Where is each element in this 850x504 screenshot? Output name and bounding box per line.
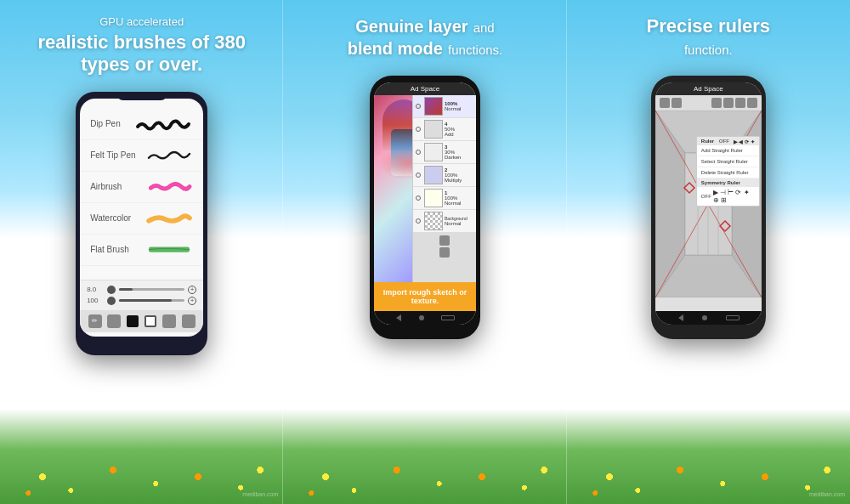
brush-item-air: Airbrush: [80, 172, 203, 203]
watermark3: mediban.com: [809, 491, 845, 497]
panel2-title-genuine: Genuine layer: [355, 17, 468, 36]
layer-item-4[interactable]: 4 50% Add: [413, 118, 476, 141]
panel3-big-title: Precise rulers function.: [647, 15, 771, 60]
ruler-menu-add[interactable]: Add Straight Ruler: [697, 145, 759, 156]
brush-item-water: Watercolor: [80, 203, 203, 235]
phone2-screen: Ad Space: [374, 82, 476, 325]
panel1-small-title: GPU accelerated: [17, 15, 266, 28]
color-swatch-black[interactable]: [127, 315, 139, 327]
ruler-menu-select[interactable]: Select Straight Ruler: [697, 156, 759, 167]
ruler-off-label: OFF: [719, 139, 729, 144]
layer-info-top: 100% Normal: [445, 101, 473, 111]
layer-visibility-4[interactable]: [416, 127, 421, 132]
ruler-tool-6[interactable]: [747, 98, 757, 108]
ruler-tool-5[interactable]: [735, 98, 745, 108]
brush-stroke-water: [145, 210, 193, 227]
panel3-title-precise: Precise rulers: [647, 15, 771, 37]
ruler-top-toolbar: [655, 95, 762, 110]
layer-mode-3: Darken: [445, 155, 473, 160]
brush-item-flat: Flat Brush: [80, 235, 203, 266]
layer-visibility-3[interactable]: [416, 150, 421, 155]
layer-thumb-bg: [424, 212, 443, 230]
ruler-tool-redo[interactable]: [672, 98, 682, 108]
size-label: 8.0: [87, 286, 104, 293]
panel3-title-function: function.: [684, 42, 733, 57]
layer-visibility-1[interactable]: [416, 195, 421, 201]
svg-rect-0: [149, 246, 190, 252]
phone2-container: Ad Space: [370, 76, 480, 339]
phone2-frame: Ad Space: [370, 76, 480, 339]
layer-mode-2: Multiply: [445, 178, 473, 183]
layer-mode-bg: Normal: [445, 221, 473, 226]
nav-home-2[interactable]: [419, 315, 424, 320]
layer-item-top[interactable]: 100% Normal: [413, 95, 476, 118]
brush-label-felt: Felt Tip Pen: [90, 150, 145, 160]
panel2-big-title: Genuine layer and blend mode functions.: [348, 15, 503, 60]
watermark1: mediban.com: [242, 491, 278, 497]
divider2: [566, 0, 567, 504]
layer-item-1[interactable]: 1 100% Normal: [413, 187, 476, 210]
ruler-canvas: Ruler OFF ▶ ◀ ⟳ ✦ Add Straight Ruler Sel…: [655, 110, 762, 311]
layer-info-1: 1 100% Normal: [445, 190, 473, 206]
phone1-notch: [116, 92, 167, 100]
phone1-container: Dip Pen Felt Tip Pen: [76, 92, 207, 355]
phone3-frame: Ad Space: [651, 76, 766, 339]
ruler-tool-3[interactable]: [711, 98, 722, 108]
tool-pencil[interactable]: ✏: [88, 314, 102, 328]
layer-thumb-top: [424, 97, 443, 116]
nav-back-3[interactable]: [678, 314, 683, 321]
panel-layers: Genuine layer and blend mode functions. …: [283, 0, 566, 504]
ruler-menu-section2: Symmetry Ruler: [697, 178, 759, 187]
brush-label-dip: Dip Pen: [90, 119, 133, 128]
layer-item-bg[interactable]: Background Normal: [413, 210, 476, 233]
layer-tools: [413, 233, 476, 282]
panel2-title-blend: blend mode: [348, 39, 443, 58]
panel2-title-functions: functions.: [448, 42, 502, 57]
layer-tool-2[interactable]: [439, 247, 450, 258]
layer-thumb-2: [424, 166, 443, 184]
layer-item-2[interactable]: 2 100% Multiply: [413, 164, 476, 187]
panel1-big-title: realistic brushes of 380 types or over.: [17, 31, 266, 76]
ad-space-3: Ad Space: [655, 82, 762, 95]
brush-label-water: Watercolor: [90, 213, 145, 223]
panel-brushes: GPU accelerated realistic brushes of 380…: [0, 0, 283, 504]
nav-home-3[interactable]: [702, 315, 707, 320]
layer-item-3[interactable]: 3 30% Darken: [413, 141, 476, 164]
symmetry-off-label: OFF: [701, 194, 711, 199]
divider1: [282, 0, 283, 504]
ruler-tool-undo[interactable]: [660, 98, 670, 108]
tool-eraser[interactable]: [107, 314, 121, 328]
nav-recent-2[interactable]: [441, 315, 455, 320]
ruler-menu-section1: Ruler OFF ▶ ◀ ⟳ ✦: [697, 137, 759, 145]
layer-info-2: 2 100% Multiply: [445, 167, 473, 183]
layer-thumb-3: [424, 143, 443, 161]
layer-visibility-2[interactable]: [416, 173, 421, 178]
brush-item-felt: Felt Tip Pen: [80, 140, 203, 172]
ruler-menu-delete[interactable]: Delete Straight Ruler: [697, 167, 759, 178]
color-swatch-white[interactable]: [144, 315, 156, 327]
layer-visibility-bg[interactable]: [416, 218, 421, 224]
brush-label-flat: Flat Brush: [90, 245, 145, 254]
tool-fill[interactable]: [162, 314, 176, 328]
nav-recent-3[interactable]: [726, 315, 740, 320]
tool-page[interactable]: [182, 314, 196, 328]
panel-rulers: Precise rulers function. Ad Space: [567, 0, 850, 504]
layer-info-4: 4 50% Add: [445, 122, 473, 137]
layer-thumb-4: [424, 120, 443, 139]
ruler-controls: ▶ ◀ ⟳ ✦: [734, 139, 755, 144]
nav-back-2[interactable]: [396, 314, 401, 321]
layer-info-bg: Background Normal: [445, 216, 473, 226]
brush-item-dip: Dip Pen: [80, 109, 203, 140]
import-banner: Import rough sketch or texture.: [374, 282, 476, 311]
layer-tool-1[interactable]: [439, 235, 450, 246]
layers-panel: 100% Normal 4 50% Add: [412, 95, 476, 282]
symmetry-icons: ▶ ⊣ ⊢ ⟳ ✦ ⊕ ⊞: [713, 189, 755, 204]
layer-info-3: 3 30% Darken: [445, 144, 473, 160]
ruler-tool-4[interactable]: [723, 98, 734, 108]
brush-label-air: Airbrush: [90, 182, 145, 191]
ruler-section2-label: Symmetry Ruler: [701, 180, 740, 185]
layer-visibility-eye[interactable]: [416, 104, 421, 109]
brush-stroke-air: [145, 178, 193, 195]
ruler-section1-label: Ruler: [701, 139, 714, 144]
layer-mode-1: Normal: [445, 201, 473, 206]
